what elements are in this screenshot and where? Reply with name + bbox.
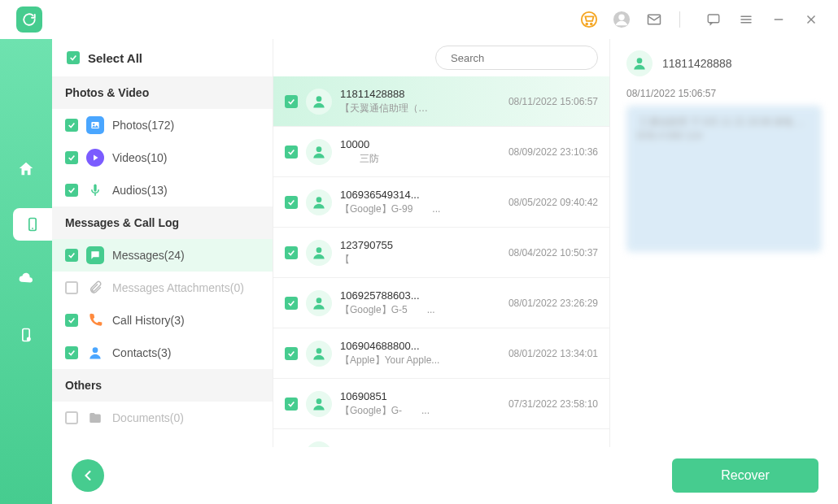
message-time: 08/04/2022 10:50:37	[508, 247, 598, 259]
cat-label: Call History(3)	[112, 314, 185, 327]
message-row[interactable]: 10690851【Google】G- ...07/31/2022 23:58:1…	[273, 379, 609, 429]
message-time: 08/05/2022 09:40:42	[508, 197, 598, 208]
message-row[interactable]: 106925788603...【Google】G-5 ...08/01/2022…	[273, 278, 609, 328]
message-preview: 【天翼通信助理（…	[340, 102, 500, 115]
message-preview: 三防	[340, 152, 500, 166]
svg-point-26	[316, 247, 322, 253]
message-row[interactable]: 10000 三防 08/09/2022 23:10:36	[273, 127, 609, 177]
checkbox-icon[interactable]	[285, 246, 298, 259]
message-time: 07/31/2022 23:58:10	[508, 398, 598, 410]
svg-point-1	[586, 24, 587, 25]
message-number: 10000	[340, 138, 500, 150]
message-time: 08/01/2022 23:26:29	[508, 298, 598, 309]
avatar	[306, 290, 332, 316]
attachment-icon	[86, 279, 104, 297]
recover-button[interactable]: Recover	[672, 458, 818, 493]
search-input[interactable]	[435, 46, 598, 70]
checkbox-icon[interactable]	[65, 249, 78, 262]
avatar	[306, 189, 332, 215]
avatar	[306, 341, 332, 367]
close-icon[interactable]	[801, 9, 822, 30]
cat-label: Messages(24)	[112, 249, 185, 262]
checkbox-icon[interactable]	[285, 95, 298, 108]
cat-msg-attachments[interactable]: Messages Attachments(0)	[52, 272, 273, 304]
checkbox-icon[interactable]	[285, 297, 298, 310]
message-row[interactable]: 123790755【 08/04/2022 10:50:37	[273, 228, 609, 278]
svg-rect-6	[708, 15, 719, 23]
cat-photos[interactable]: Photos(172)	[52, 109, 273, 141]
feedback-icon[interactable]	[703, 9, 724, 30]
message-time: 08/01/2022 13:34:01	[508, 348, 598, 359]
svg-point-28	[316, 348, 322, 354]
message-number: 106936549314...	[340, 189, 500, 201]
cat-label: Contacts(3)	[112, 346, 171, 359]
avatar	[306, 139, 332, 165]
minimize-icon[interactable]	[768, 9, 789, 30]
cat-videos[interactable]: Videos(10)	[52, 141, 273, 174]
cat-audios[interactable]: Audios(13)	[52, 174, 273, 206]
svg-point-29	[316, 398, 322, 404]
message-preview: 【Apple】Your Apple...	[340, 354, 500, 367]
audios-icon	[86, 181, 104, 199]
message-list: 11811428888【天翼通信助理（…08/11/2022 15:06:571…	[273, 76, 609, 504]
checkbox-icon[interactable]	[67, 51, 80, 64]
svg-point-18	[93, 124, 94, 125]
checkbox-icon[interactable]	[65, 411, 78, 424]
title-bar	[0, 0, 838, 39]
back-button[interactable]	[72, 459, 104, 492]
select-all-row[interactable]: Select All	[52, 39, 273, 76]
svg-point-25	[316, 197, 322, 202]
cat-label: Audios(13)	[112, 184, 168, 197]
svg-point-0	[582, 12, 596, 27]
menu-icon[interactable]	[735, 9, 757, 30]
cat-call-history[interactable]: Call History(3)	[52, 304, 273, 337]
checkbox-icon[interactable]	[65, 151, 78, 164]
footer-bar: Recover	[52, 447, 838, 504]
detail-pane: 11811428888 08/11/2022 15:06:57 【 通信助理 于…	[610, 39, 838, 504]
avatar	[306, 391, 332, 417]
rail-repair[interactable]	[10, 319, 42, 351]
search-field[interactable]	[451, 52, 587, 64]
section-others: Others	[52, 369, 273, 402]
message-time: 08/11/2022 15:06:57	[508, 96, 598, 107]
svg-point-16	[27, 337, 31, 341]
rail-home[interactable]	[10, 153, 42, 185]
message-row[interactable]: 106904688800...【Apple】Your Apple...08/01…	[273, 328, 609, 379]
cat-label: Messages Attachments(0)	[112, 281, 244, 294]
category-sidebar: Select All Photos & Video Photos(172) Vi…	[52, 39, 273, 504]
checkbox-icon[interactable]	[285, 347, 298, 360]
message-row[interactable]: 106936549314...【Google】G-99 ...08/05/202…	[273, 177, 609, 228]
cat-documents[interactable]: Documents(0)	[52, 402, 273, 434]
avatar	[626, 50, 653, 76]
rail-phone[interactable]	[13, 208, 52, 241]
message-preview: 【Google】G-5 ...	[340, 303, 500, 317]
contacts-icon	[86, 344, 104, 362]
section-photos-video: Photos & Video	[52, 76, 273, 109]
checkbox-icon[interactable]	[65, 184, 78, 197]
checkbox-icon[interactable]	[65, 346, 78, 359]
rail-cloud[interactable]	[10, 263, 42, 296]
checkbox-icon[interactable]	[285, 196, 298, 209]
messages-icon	[86, 246, 104, 264]
mail-icon[interactable]	[644, 9, 665, 30]
message-row[interactable]: 11811428888【天翼通信助理（…08/11/2022 15:06:57	[273, 76, 609, 127]
user-icon[interactable]	[611, 9, 632, 30]
avatar	[306, 240, 332, 266]
message-time: 08/09/2022 23:10:36	[508, 146, 598, 158]
checkbox-icon[interactable]	[65, 281, 78, 294]
documents-icon	[86, 409, 104, 427]
svg-point-20	[93, 347, 98, 353]
cart-icon[interactable]	[578, 9, 600, 30]
detail-timestamp: 08/11/2022 15:06:57	[626, 88, 822, 99]
detail-number: 11811428888	[662, 57, 732, 70]
checkbox-icon[interactable]	[65, 314, 78, 327]
message-number: 106925788603...	[340, 289, 500, 302]
checkbox-icon[interactable]	[285, 398, 298, 411]
cat-messages[interactable]: Messages(24)	[52, 239, 273, 272]
cat-label: Photos(172)	[112, 119, 174, 132]
checkbox-icon[interactable]	[285, 146, 298, 159]
cat-contacts[interactable]: Contacts(3)	[52, 337, 273, 369]
checkbox-icon[interactable]	[65, 119, 78, 132]
videos-icon	[86, 149, 104, 167]
message-pane: 11811428888【天翼通信助理（…08/11/2022 15:06:571…	[273, 39, 610, 504]
